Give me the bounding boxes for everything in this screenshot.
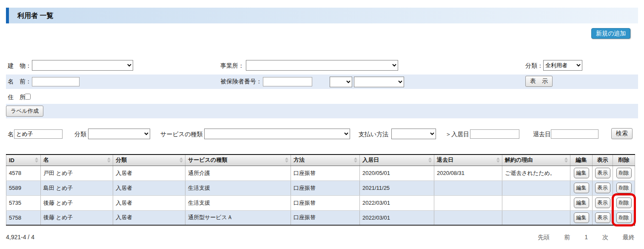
delete-row-button[interactable]: 削除 [616,183,632,193]
cell-method: 口座振替 [291,195,360,210]
show-button[interactable]: 表 示 [525,76,553,87]
column-header-label: 表示 [597,157,608,163]
cell-service: 通所型サービスＡ [185,210,291,225]
user-list-page: 利用者 一覧 新規の追加 建 物： 事業所： 分類： 全利用者 名 前： 被保険… [0,0,644,249]
cell-action: 編集 [570,166,593,180]
column-header-label: サービスの種類 [188,157,227,163]
column-header-4[interactable]: サービスの種類 [185,155,291,166]
column-header-5[interactable]: 方法 [291,155,360,166]
filter-row-background [6,104,638,118]
cell-move-out: 2020/08/31 [434,166,502,180]
address-checkbox[interactable] [25,94,31,100]
name-input[interactable] [32,77,80,86]
cell-category: 入居者 [113,195,185,210]
sort-arrows-icon[interactable] [428,157,432,163]
sort-arrows-icon[interactable] [35,157,38,163]
column-header-3[interactable]: 分類 [113,155,185,166]
cell-move-in: 2021/11/25 [360,180,434,195]
view-row-button[interactable]: 表示 [595,168,610,178]
label-create-button[interactable]: ラベル作成 [6,106,43,117]
category-select[interactable]: 全利用者 [543,60,582,71]
cell-move-out [434,180,502,195]
cell-action: 編集 [570,180,593,195]
pagination-next[interactable]: 次 [602,234,608,241]
building-select[interactable] [32,60,133,71]
sort-arrows-icon[interactable] [107,157,111,163]
insured-number-input[interactable] [263,77,312,86]
column-header-label: 分類 [116,157,127,163]
pagination-last[interactable]: 最終 [623,234,635,241]
payment-method-select[interactable] [391,129,436,139]
column-header-label: ID [9,157,14,163]
add-new-button[interactable]: 新規の追加 [591,28,630,39]
building-label: 建 物： [8,62,31,70]
insured-sub-select-1[interactable] [330,77,352,87]
cell-reason [502,195,570,210]
page-title: 利用者 一覧 [9,8,638,23]
delete-row-button[interactable]: 削除 [616,212,632,223]
edit-row-button[interactable]: 編集 [574,197,589,208]
sort-arrows-icon[interactable] [564,157,568,163]
cell-name: 島田 とめ子 [41,180,113,195]
search-button[interactable]: 検索 [611,128,633,139]
view-row-button[interactable]: 表示 [595,212,610,223]
cell-id: 4578 [6,166,41,180]
cell-method: 口座振替 [291,180,360,195]
column-header-label: 編集 [576,157,587,163]
cell-name: 後藤 とめ子 [41,195,113,210]
cell-method: 口座振替 [291,166,360,180]
cell-reason: ご逝去されたため。 [502,166,570,180]
table-row: 4578戸田 とめ子入居者通所介護口座振替2020/05/012020/08/3… [6,166,635,180]
table-row: 5758後藤 とめ子入居者通所型サービスＡ口座振替2022/03/01編集表示削… [6,210,635,225]
view-row-button[interactable]: 表示 [595,197,610,208]
column-header-7[interactable]: 退去日 [434,155,502,166]
cell-id: 5589 [6,180,41,195]
service-type-label: サービスの種類 [160,131,202,138]
cell-move-in: 2022/03/01 [360,210,434,225]
sort-arrows-icon[interactable] [496,157,500,163]
cell-reason [502,180,570,195]
office-select[interactable] [246,60,398,71]
edit-row-button[interactable]: 編集 [574,212,589,223]
delete-row-button[interactable]: 削除 [616,197,632,208]
move-out-date-input[interactable] [551,129,598,139]
sort-arrows-icon[interactable] [180,157,183,163]
sort-arrows-icon[interactable] [285,157,288,163]
cell-move-in: 2020/05/01 [360,166,434,180]
cell-service: 生活支援 [185,195,291,210]
column-header-8[interactable]: 解約の理由 [502,155,570,166]
cell-action: 表示 [593,195,613,210]
insured-sub-select-2[interactable] [354,77,404,87]
column-header-1[interactable]: ID [6,155,41,166]
pagination-prev[interactable]: 前 [564,234,570,241]
move-in-date-input[interactable] [470,129,519,139]
edit-row-button[interactable]: 編集 [574,183,589,193]
pagination-first[interactable]: 先頭 [538,234,550,241]
cell-method: 口座振替 [291,210,360,225]
search-name-input[interactable] [14,129,63,139]
cell-move-out [434,195,502,210]
move-in-date-label: ＞入居日 [445,131,469,138]
column-header-label: 削除 [618,157,630,163]
column-header-label: 解約の理由 [505,157,533,163]
edit-row-button[interactable]: 編集 [574,168,589,178]
service-type-select[interactable] [204,129,350,139]
cell-action: 削除 [613,195,635,210]
table-row: 5589島田 とめ子入居者生活支援口座振替2021/11/25編集表示削除 [6,180,635,195]
view-row-button[interactable]: 表示 [595,183,610,193]
cell-action: 削除 [613,210,635,225]
column-header-label: 退去日 [437,157,453,163]
cell-category: 入居者 [113,180,185,195]
move-out-date-label: 退去日 [533,131,551,138]
column-header-2[interactable]: 名 [41,155,113,166]
column-header-10: 表示 [593,155,613,166]
cell-reason [502,210,570,225]
search-category-select[interactable] [88,129,150,139]
record-count: 4,921-4 / 4 [6,234,34,240]
pagination-page[interactable]: 1 [584,234,588,241]
delete-row-button[interactable]: 削除 [616,168,632,178]
search-name-label: 名 [8,131,14,138]
cell-service: 通所介護 [185,166,291,180]
sort-arrows-icon[interactable] [354,157,357,163]
column-header-6[interactable]: 入居日 [360,155,434,166]
